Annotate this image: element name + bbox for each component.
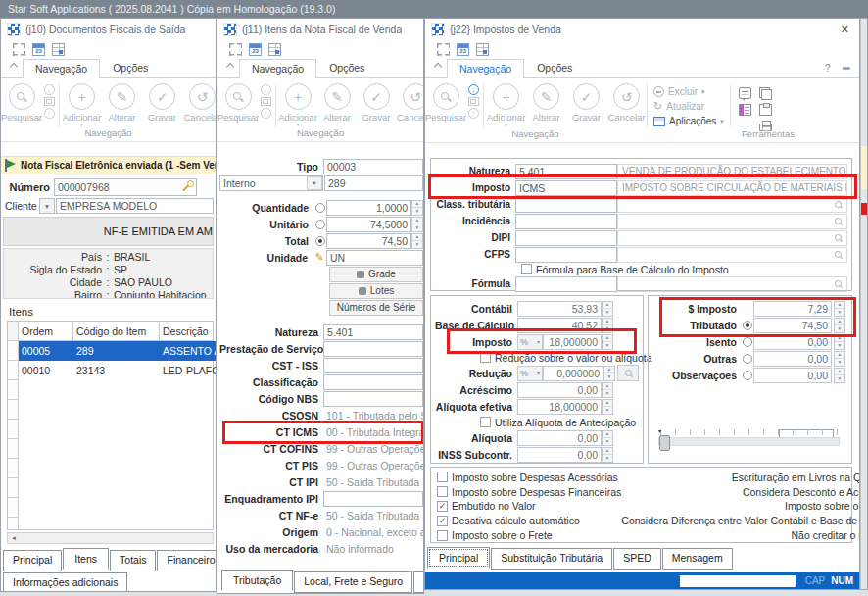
edit-pencil-icon[interactable]: ✎ (313, 251, 326, 264)
isento-radio[interactable] (743, 337, 752, 347)
search-icon[interactable] (834, 233, 843, 242)
inss-subcontr-field[interactable]: 0,00 (517, 447, 602, 463)
aliquota-spinner[interactable]: ▴▾ (602, 430, 613, 446)
incidencia-field[interactable] (515, 214, 617, 229)
table-row[interactable]: 00005 289 ASSENTO ALM ASPEN (19, 341, 217, 361)
observacoes-field[interactable]: 0,00 (753, 368, 832, 383)
reducao-spinner[interactable]: ▴▾ (603, 366, 615, 381)
observacoes-radio[interactable] (743, 371, 752, 380)
checkbox-imposto-frete[interactable] (437, 530, 448, 541)
imposto-unit-dropdown[interactable]: %▾ (517, 334, 543, 350)
tab-mensagem[interactable]: Mensagem (662, 548, 733, 570)
natureza-code-field[interactable]: 5.401 (515, 164, 617, 179)
paste-icon[interactable] (759, 104, 772, 116)
quantidade-radio[interactable] (315, 203, 325, 213)
tributado-field[interactable]: 74,50 (753, 318, 832, 333)
calendar-icon[interactable] (32, 43, 45, 56)
cliente-field[interactable]: EMPRESA MODELO (56, 198, 214, 214)
tab-financeiro[interactable]: Financeiro (157, 550, 217, 571)
status-input[interactable] (680, 575, 796, 587)
more-options-button[interactable]: ••• (842, 63, 849, 74)
collapse-ribbon-icon[interactable] (5, 56, 23, 77)
help-button[interactable]: ? (825, 63, 831, 74)
tab-itens[interactable]: Itens (63, 548, 109, 570)
adicionar-button[interactable]: + Adicionar▾ (62, 83, 102, 127)
tipo-field[interactable]: 00003 (323, 159, 423, 174)
tab-local-frete-seguro[interactable]: Local, Frete e Seguro (294, 571, 412, 593)
tab-opcoes[interactable]: Opções (524, 58, 585, 77)
reducao-search-button[interactable] (617, 365, 639, 381)
checkbox-despesas-financeiras[interactable] (437, 486, 448, 497)
close-icon[interactable]: ✕ (837, 24, 853, 36)
unitario-radio[interactable] (315, 220, 325, 229)
codigo-nbs-field[interactable] (323, 391, 423, 407)
natureza-field[interactable]: 5.401 (323, 324, 423, 340)
gravar-button[interactable]: ✓ Gravar (142, 83, 182, 123)
imposto-pct-spinner[interactable]: ▴▾ (602, 334, 613, 350)
formula-desc[interactable] (617, 276, 847, 292)
col-header-codigo[interactable]: Código do Item (73, 322, 160, 340)
comment-icon[interactable] (739, 87, 751, 99)
imposto-pct-field[interactable]: 18,000000 (543, 334, 602, 350)
grid-view-icon[interactable] (268, 43, 281, 56)
acrescimo-spinner[interactable]: ▴▾ (602, 382, 613, 398)
acrescimo-field[interactable]: 0,00 (517, 382, 602, 398)
col-header-ordem[interactable]: Ordem (19, 322, 73, 340)
gravar-button[interactable]: ✓ Gravar (357, 83, 396, 123)
scroll-left-icon[interactable]: ◂ (8, 533, 20, 543)
contabil-field[interactable]: 53,93 (517, 301, 602, 317)
inss-subcontr-spinner[interactable]: ▴▾ (602, 447, 613, 463)
nav-down-button[interactable]: ↓ (44, 84, 55, 95)
checkbox-desativa-calculo[interactable] (437, 516, 448, 526)
tab-principal[interactable]: Principal (3, 550, 62, 571)
contabil-spinner[interactable]: ▴▾ (602, 301, 613, 317)
outras-spinner[interactable]: ▴▾ (834, 351, 845, 367)
tab-navegacao[interactable]: Navegação (23, 59, 100, 78)
aliquota-field[interactable]: 0,00 (517, 430, 602, 446)
enquadramento-ipi-field[interactable] (323, 491, 423, 507)
percent-slider[interactable]: ▾ (658, 429, 840, 453)
unitario-spinner[interactable]: ▴▾ (411, 217, 423, 232)
antecipacao-checkbox[interactable] (480, 417, 491, 427)
numeros-serie-button[interactable]: Números de Série (329, 300, 423, 316)
cancelar-button[interactable]: ↺ Cancelar (182, 83, 217, 123)
outras-radio[interactable] (743, 354, 752, 364)
nav-down-button[interactable]: ↓ (261, 84, 271, 95)
reducao-field[interactable]: 0,000000 (543, 366, 603, 381)
formula-field[interactable] (515, 276, 617, 292)
grid-view-icon[interactable] (476, 43, 489, 56)
records-icon[interactable] (44, 97, 55, 106)
horizontal-scrollbar[interactable]: ◂ (7, 532, 214, 544)
dipi-field[interactable] (515, 230, 617, 246)
print-icon[interactable] (759, 124, 772, 131)
base-calculo-spinner[interactable]: ▴▾ (602, 318, 613, 333)
valor-imposto-spinner[interactable]: ▴▾ (834, 301, 845, 317)
incidencia-desc[interactable] (617, 214, 847, 229)
nav-up-button[interactable]: ↑ (44, 108, 55, 119)
properties-icon[interactable] (739, 104, 751, 116)
grid-view-icon[interactable] (52, 43, 65, 56)
collapse-ribbon-icon[interactable] (221, 56, 239, 77)
checkbox-embutido-no-valor[interactable] (437, 501, 448, 512)
tributado-spinner[interactable]: ▴▾ (834, 318, 845, 333)
nav-down-button[interactable]: ↓ (468, 84, 479, 95)
tab-navegacao[interactable]: Navegação (447, 59, 524, 78)
reducao-unit-dropdown[interactable]: %▾ (517, 366, 543, 381)
collapse-window-icon[interactable] (437, 43, 450, 56)
cancelar-button[interactable]: ↺ Cancelar (606, 83, 647, 123)
calendar-icon[interactable] (457, 43, 469, 56)
alterar-button[interactable]: ✎ Alterar (526, 83, 566, 123)
slider-thumb[interactable] (659, 435, 670, 451)
checkbox-despesas-acessorias[interactable] (437, 472, 448, 482)
grade-button[interactable]: Grade (329, 267, 423, 282)
item-code-field[interactable]: 289 (324, 175, 423, 191)
aliquota-efetiva-spinner[interactable]: ▴▾ (602, 399, 613, 415)
collapse-window-icon[interactable] (13, 43, 25, 56)
formula-checkbox[interactable] (521, 264, 532, 274)
tab-opcoes[interactable]: Opções (316, 58, 377, 77)
total-field[interactable]: 74,50 (326, 233, 411, 249)
isento-field[interactable]: 0,00 (753, 334, 832, 350)
gravar-button[interactable]: ✓ Gravar (566, 83, 606, 123)
total-spinner[interactable]: ▴▾ (411, 233, 423, 249)
imposto-code-field[interactable]: ICMS (515, 180, 617, 196)
